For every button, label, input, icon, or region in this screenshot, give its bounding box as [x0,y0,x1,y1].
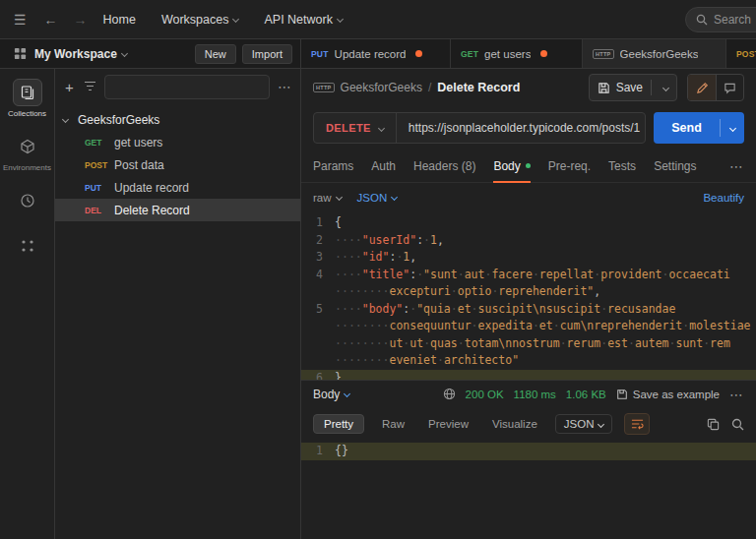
rail-item-more-tools[interactable] [0,232,54,264]
comment-icon[interactable] [716,75,743,100]
chevron-down-icon [598,420,604,427]
rail-item-history[interactable] [0,187,54,218]
method-selector[interactable]: DELETE [314,113,397,143]
sidebar-search-input[interactable] [104,75,270,99]
nav-home[interactable]: Home [103,13,136,27]
tab-geeksforgeeks[interactable]: HTTP GeeksforGeeks [583,39,726,68]
response-tab-visualize[interactable]: Visualize [486,414,543,434]
tab-pre-request[interactable]: Pre-req. [548,150,591,182]
more-tools-icon [20,238,35,254]
tab-auth[interactable]: Auth [371,150,396,182]
status-badge: 200 OK [466,389,504,400]
chevron-down-icon [335,194,342,201]
wrap-lines-icon [631,418,644,430]
send-button[interactable]: Send [654,112,744,144]
nav-workspaces[interactable]: Workspaces [161,13,239,27]
collection-geeksforgeeks[interactable]: GeeksforGeeks [55,108,300,131]
tab-tests[interactable]: Tests [608,150,636,182]
request-panel: HTTP GeeksforGeeks / Delete Record Save [301,69,756,539]
tab-params[interactable]: Params [313,150,353,182]
request-item-update-record[interactable]: PUT Update record [55,176,300,199]
breadcrumb-collection[interactable]: GeeksforGeeks [341,81,422,94]
tab-settings[interactable]: Settings [654,150,696,182]
save-as-example-button[interactable]: Save as example [616,389,720,400]
response-tab-raw[interactable]: Raw [376,414,410,434]
search-response-icon[interactable] [731,418,744,431]
copy-response-icon[interactable] [707,418,720,431]
global-search-input[interactable]: Search [685,7,756,32]
tab-label: get users [484,48,531,60]
import-button[interactable]: Import [242,44,292,64]
save-label: Save [616,81,643,94]
response-tab-preview[interactable]: Preview [422,414,474,434]
response-more-options-icon[interactable]: ⋯ [729,387,744,402]
request-url-row: DELETE https://jsonplaceholder.typicode.… [301,106,756,150]
response-body-dropdown[interactable]: Body [313,388,349,401]
request-item-post-data[interactable]: POST Post data [55,153,300,176]
collection-tree: GeeksforGeeks GET get users POST Post da… [55,104,300,221]
filter-icon[interactable] [84,81,96,92]
workspace-bar: My Workspace New Import PUT Update recor… [0,39,756,69]
left-rail: Collections Environments [0,69,55,539]
rail-item-environments[interactable]: Environments [0,133,54,173]
request-more-options-icon[interactable]: ⋯ [729,158,744,174]
nav-api-network[interactable]: API Network [264,13,342,27]
forward-arrow-icon[interactable]: → [74,12,88,28]
method-label: GET [85,138,114,148]
response-body-editor[interactable]: 1{} [301,441,756,539]
request-tab-strip: PUT Update record GET get users HTTP Gee… [301,39,756,68]
tab-get-users[interactable]: GET get users [451,39,583,68]
wrap-lines-toggle[interactable] [624,413,650,435]
chevron-down-icon [391,194,398,201]
method-value: DELETE [326,122,371,134]
save-icon [616,389,628,400]
collection-name: GeeksforGeeks [78,113,159,127]
request-item-get-users[interactable]: GET get users [55,131,300,153]
response-toolbar: Pretty Raw Preview Visualize JSON [301,407,756,441]
request-item-delete-record[interactable]: DEL Delete Record [55,199,300,221]
body-format-row: raw JSON Beautify [301,183,756,212]
response-time: 1180 ms [514,389,556,400]
chevron-down-icon[interactable] [662,84,669,90]
back-arrow-icon[interactable]: ← [44,12,58,28]
new-button[interactable]: New [195,44,236,64]
rail-label: Collections [8,110,46,119]
save-icon [598,82,610,94]
add-collection-icon[interactable]: + [63,79,76,95]
top-nav: ☰ ← → Home Workspaces API Network Search [0,0,756,39]
tab-body[interactable]: Body [493,150,530,182]
sidebar-more-options-icon[interactable]: ⋯ [278,79,292,94]
body-type-dropdown[interactable]: raw [313,192,342,204]
method-label: PUT [311,49,329,59]
edit-pencil-icon[interactable] [688,75,716,100]
rail-item-collections[interactable]: Collections [0,79,54,119]
response-format-dropdown[interactable]: JSON [555,414,613,434]
method-label: POST [736,49,756,59]
workspace-title[interactable]: My Workspace [34,47,117,61]
collections-icon [20,85,35,100]
environments-icon [20,139,35,154]
breadcrumb-separator: / [428,81,431,94]
workspace-grid-icon[interactable] [14,47,27,60]
response-tab-pretty[interactable]: Pretty [313,414,364,434]
tab-label: Update record [335,48,407,60]
network-globe-icon[interactable] [443,388,456,400]
url-input[interactable]: https://jsonplaceholder.typicode.com/pos… [397,121,645,135]
unsaved-dot [540,50,547,57]
body-language-dropdown[interactable]: JSON [357,192,398,204]
rail-label: Environments [3,164,51,173]
chevron-down-icon[interactable] [728,124,735,131]
chevron-expanded-icon[interactable] [63,113,71,127]
tab-label: GeeksforGeeks [620,48,699,60]
method-label: DEL [85,206,114,215]
request-body-editor[interactable]: 1{2····"userId":·1,3····"id":·1,4····"ti… [301,212,756,380]
history-icon [20,193,35,209]
save-button[interactable]: Save [589,74,677,101]
chevron-down-icon [344,389,350,396]
tab-post-data[interactable]: POST Post data [726,39,756,68]
tab-headers[interactable]: Headers (8) [413,150,475,182]
search-placeholder: Search [714,13,751,27]
beautify-link[interactable]: Beautify [703,192,744,204]
tab-update-record[interactable]: PUT Update record [301,39,451,68]
hamburger-menu-icon[interactable]: ☰ [14,12,27,28]
